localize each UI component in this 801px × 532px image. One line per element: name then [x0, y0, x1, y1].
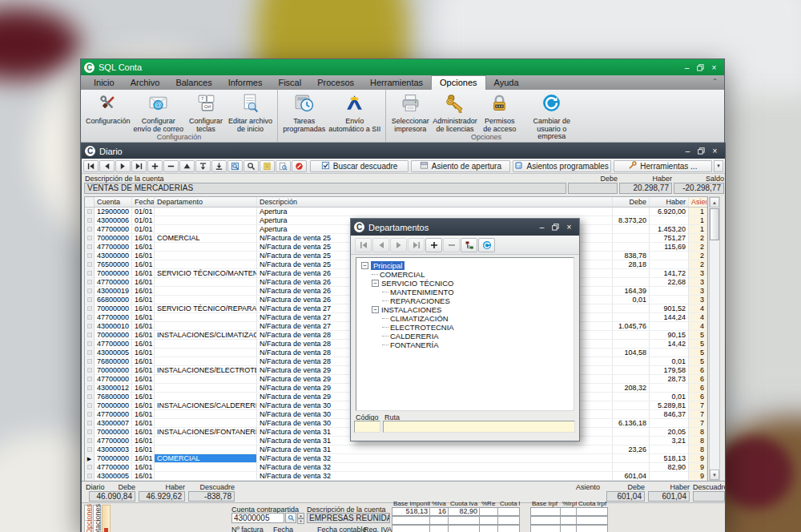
mini-cell-cuota-iva[interactable]: 82,90: [449, 507, 480, 516]
cell-fecha[interactable]: 16/01: [132, 472, 155, 480]
row-selector[interactable]: [85, 472, 95, 480]
cell-departamento[interactable]: [155, 375, 257, 383]
cell-descripción[interactable]: N/Factura de venta 32: [257, 463, 613, 471]
row-selector[interactable]: [85, 296, 95, 304]
tree-item-caldereria[interactable]: CALDERERIA: [356, 332, 574, 341]
cell-cuenta[interactable]: 66800000: [95, 296, 132, 304]
cell-cuenta[interactable]: 70000000: [95, 234, 132, 242]
cell-debe[interactable]: [613, 375, 650, 383]
mini-cell-iva[interactable]: [430, 516, 449, 525]
cell-departamento[interactable]: [155, 313, 257, 321]
departments-tree[interactable]: −PrincipalCOMERCIAL−SERVICIO TÉCNICOMANT…: [356, 257, 574, 411]
cell-cuenta[interactable]: 70000000: [95, 401, 132, 409]
table-row[interactable]: 4300000516/01N/Factura de venta 32601,04…: [85, 472, 707, 481]
cell-fecha[interactable]: 16/01: [132, 252, 155, 260]
cell-debe[interactable]: 208,32: [613, 384, 650, 392]
mini-cell-iva[interactable]: [430, 525, 449, 532]
table-row[interactable]: ▶7000000016/01COMERCIALN/Factura de vent…: [85, 454, 707, 463]
cell-asiento[interactable]: 7: [689, 410, 707, 418]
diario-restore-button[interactable]: [694, 146, 708, 156]
table-row[interactable]: 4300000316/01N/Factura de venta 3123,268: [85, 445, 707, 454]
cell-debe[interactable]: [613, 234, 650, 242]
tree-expand-icon[interactable]: −: [361, 262, 368, 269]
cell-fecha[interactable]: 16/01: [132, 393, 155, 401]
mini-cell-irpf[interactable]: [561, 516, 577, 525]
prev-record-button[interactable]: [99, 160, 115, 172]
cell-asiento[interactable]: 1: [689, 216, 707, 224]
mini-cell-base-irpf[interactable]: [530, 507, 561, 516]
grid-header-haber[interactable]: Haber: [650, 197, 689, 207]
cell-fecha[interactable]: 01/01: [132, 225, 155, 233]
cell-haber[interactable]: [650, 445, 689, 453]
cell-debe[interactable]: 0,01: [613, 296, 650, 304]
cell-cuenta[interactable]: 43000019: [95, 287, 132, 295]
row-selector[interactable]: [85, 401, 95, 409]
cell-cuenta[interactable]: 43000005: [95, 349, 132, 357]
cell-departamento[interactable]: COMERCIAL: [155, 234, 257, 242]
cell-fecha[interactable]: 16/01: [132, 419, 155, 427]
mini-cell-re[interactable]: [480, 516, 498, 525]
mini-cell-cuota-irpf[interactable]: [577, 525, 608, 532]
mini-cell-cuota-re[interactable]: [498, 507, 520, 516]
cell-asiento[interactable]: 6: [689, 393, 707, 401]
search-button[interactable]: [244, 160, 259, 172]
tree-item-reparaciones[interactable]: REPARACIONES: [356, 296, 574, 305]
cell-debe[interactable]: [613, 243, 650, 251]
row-selector[interactable]: [85, 216, 95, 224]
cell-cuenta[interactable]: 12900000: [95, 208, 132, 216]
cell-debe[interactable]: [613, 340, 650, 348]
mini-cell-base-imponible[interactable]: [392, 525, 430, 532]
cell-departamento[interactable]: [155, 208, 257, 216]
cell-asiento[interactable]: 9: [689, 454, 707, 462]
ribbon-collapse-icon[interactable]: ⌃: [712, 78, 718, 85]
ruta-field[interactable]: [383, 421, 575, 433]
cell-departamento[interactable]: [155, 349, 257, 357]
tree-expand-icon[interactable]: −: [372, 306, 379, 313]
cell-departamento[interactable]: [155, 445, 257, 453]
cell-fecha[interactable]: 16/01: [132, 313, 155, 321]
keyboard-button[interactable]: 7CtrlConfigurar teclas: [185, 91, 227, 134]
row-selector[interactable]: [85, 252, 95, 260]
cell-debe[interactable]: [613, 401, 650, 409]
asientos-programables-button[interactable]: Asientos programables: [513, 160, 611, 172]
menu-tab-informes[interactable]: Informes: [220, 76, 271, 90]
cell-cuenta[interactable]: 70000000: [95, 331, 132, 339]
cell-debe[interactable]: [613, 278, 650, 286]
asiento-de-apertura-button[interactable]: Asiento de apertura: [411, 160, 509, 172]
cell-debe[interactable]: [613, 366, 650, 374]
scrollbar-thumb[interactable]: [710, 208, 719, 240]
preview-button[interactable]: [276, 160, 291, 172]
sii-button[interactable]: Envío automático a SII: [327, 91, 382, 134]
cell-debe[interactable]: [613, 410, 650, 418]
mini-cell-base-irpf[interactable]: [530, 525, 561, 532]
restore-button[interactable]: [694, 62, 707, 73]
row-selector[interactable]: [85, 384, 95, 392]
cell-haber[interactable]: 518,13: [650, 454, 689, 462]
cell-fecha[interactable]: 16/01: [132, 296, 155, 304]
cell-fecha[interactable]: 16/01: [132, 243, 155, 251]
cell-departamento[interactable]: [155, 216, 257, 224]
goto-top-button[interactable]: [195, 160, 211, 172]
printer-button[interactable]: Seleccionar impresora: [389, 91, 431, 134]
cell-cuenta[interactable]: 47700000: [95, 340, 132, 348]
lock-button[interactable]: Permisos de acceso: [479, 91, 521, 134]
cell-fecha[interactable]: 16/01: [132, 454, 155, 462]
cell-departamento[interactable]: SERVICIO TÉCNICO/MANTENIMIENTO: [155, 269, 257, 277]
grid-header-descripción[interactable]: Descripción: [257, 197, 613, 207]
row-selector[interactable]: [85, 260, 95, 268]
cell-haber[interactable]: 846,37: [650, 410, 689, 418]
cell-haber[interactable]: [650, 472, 689, 480]
row-selector[interactable]: [85, 313, 95, 321]
tree-item-servicio-técnico[interactable]: −SERVICIO TÉCNICO: [356, 279, 574, 288]
cell-fecha[interactable]: 16/01: [132, 278, 155, 286]
close-button[interactable]: ×: [707, 62, 721, 73]
cell-departamento[interactable]: INSTALACIONES/CALDERERIA: [155, 401, 257, 409]
cell-debe[interactable]: 6.136,18: [613, 419, 650, 427]
cell-fecha[interactable]: 16/01: [132, 428, 155, 436]
cell-asiento[interactable]: 5: [689, 331, 707, 339]
cell-debe[interactable]: [613, 454, 650, 462]
next-record-button[interactable]: [115, 160, 131, 172]
side-tab-anotaciones[interactable]: Anotaciones: [93, 505, 101, 532]
cell-fecha[interactable]: 16/01: [132, 340, 155, 348]
first-record-button[interactable]: [83, 160, 99, 172]
